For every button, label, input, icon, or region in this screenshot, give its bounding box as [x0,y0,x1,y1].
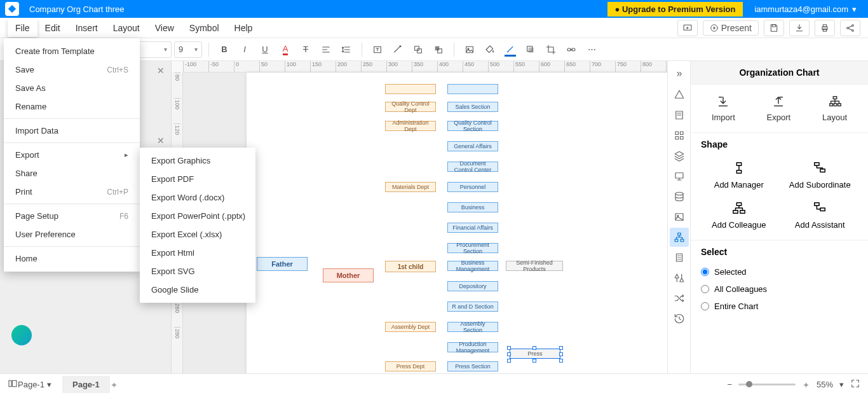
export-graphics[interactable]: Export Graphics [140,151,267,170]
print-icon-button[interactable] [815,20,835,36]
line-color-button[interactable] [501,41,519,59]
org-node[interactable]: Press Section [447,361,498,371]
org-node[interactable] [447,84,498,94]
org-node[interactable]: Mother [323,268,374,282]
zoom-slider[interactable] [738,384,796,385]
add-page-button[interactable]: ＋ [110,379,118,391]
menu-file[interactable]: File [8,19,37,37]
org-node[interactable]: Personnel [447,182,498,192]
shape-union-button[interactable] [409,41,427,59]
org-node[interactable]: Semi-Finished Products [506,261,563,271]
org-node[interactable]: Document Control Center [447,162,498,172]
menu-user-preference[interactable]: User Preference [4,225,140,244]
style-icon[interactable] [670,85,689,104]
shadow-button[interactable] [522,41,539,59]
org-node[interactable]: Press Dept [385,361,436,371]
export-button[interactable]: Export [767,95,791,122]
menu-home[interactable]: Home [4,249,140,268]
link-button[interactable] [562,41,580,59]
save-icon-button[interactable] [764,20,784,36]
history-icon[interactable] [670,309,689,328]
org-node[interactable]: Production Management [447,342,498,352]
org-chart-icon[interactable] [670,228,689,247]
page-surface[interactable]: Quality Control Dept Sales Section Admin… [247,73,667,373]
share-icon-button[interactable] [840,20,860,36]
menu-save[interactable]: SaveCtrl+S [4,60,140,79]
close-panel-icon[interactable]: ✕ [157,66,165,76]
menu-rename[interactable]: Rename [4,97,140,116]
org-node[interactable] [385,84,436,94]
menu-layout[interactable]: Layout [105,19,147,37]
menu-view[interactable]: View [147,19,182,37]
shuffle-icon[interactable] [670,289,689,308]
account-menu[interactable]: iammurtaza4@gmail.com ▾ [754,4,863,14]
close-panel-icon[interactable]: ✕ [157,135,165,146]
menu-edit[interactable]: Edit [37,19,68,37]
org-node[interactable]: Quality Control Section [447,121,498,131]
font-size-select[interactable]: 9 ▾ [174,41,202,58]
more-button[interactable]: ⋯ [583,41,600,59]
page-tab[interactable]: Page-1 [62,376,110,393]
menu-page-setup[interactable]: Page SetupF6 [4,207,140,225]
italic-button[interactable]: I [236,41,254,59]
menu-import-data[interactable]: Import Data [4,121,140,140]
grid-icon[interactable] [670,126,689,145]
shape-category[interactable] [11,325,32,345]
export-svg[interactable]: Export SVG [140,262,267,281]
org-node[interactable]: Business Management [447,261,498,271]
org-node[interactable]: Business [447,202,498,212]
org-node[interactable]: Depository [447,281,498,291]
add-assistant-button[interactable]: Add Assistant [782,201,858,230]
org-node[interactable]: Assembly Dept [385,322,436,332]
underline-button[interactable]: U [256,41,274,59]
fill-color-button[interactable] [481,41,499,59]
shape-subtract-button[interactable] [430,41,447,59]
org-node[interactable]: Sales Section [447,102,498,112]
layout-button[interactable]: Layout [822,95,847,122]
org-node-selected[interactable]: Press [510,349,560,359]
menu-print[interactable]: PrintCtrl+P [4,183,140,201]
org-node[interactable]: Procurement Section [447,243,498,253]
compare-icon[interactable] [670,268,689,288]
image-button[interactable] [461,41,478,59]
import-button[interactable]: Import [712,95,735,122]
org-node[interactable]: Quality Control Dept [385,102,436,112]
presentation-icon[interactable] [670,167,689,186]
org-node[interactable]: Administration Dept [385,121,436,131]
org-node[interactable]: Assembly Section [447,322,498,332]
menu-export[interactable]: Export▸ [4,146,140,164]
database-icon[interactable] [670,187,689,206]
org-node[interactable]: Financial Affairs [447,223,498,233]
add-subordinate-button[interactable]: Add Subordinate [782,161,858,190]
export-pdf[interactable]: Export PDF [140,170,267,188]
select-selected-radio[interactable]: Selected [691,263,868,281]
org-node[interactable]: Materials Dept [385,182,436,192]
font-color-button[interactable]: A [276,41,294,59]
export-word[interactable]: Export Word (.docx) [140,188,267,207]
slideshow-icon-button[interactable] [677,20,698,36]
org-node[interactable]: 1st child [385,261,436,272]
upgrade-button[interactable]: ● Upgrade to Premium Version [607,2,743,17]
org-node[interactable]: General Affairs [447,141,498,151]
menu-symbol[interactable]: Symbol [182,19,227,37]
page-select[interactable]: Page-1 ▾ [18,380,62,389]
menu-save-as[interactable]: Save As [4,79,140,97]
text-box-button[interactable] [369,41,386,59]
menu-create-template[interactable]: Create from Template [4,42,140,60]
menu-share[interactable]: Share [4,164,140,183]
building-icon[interactable] [670,248,689,267]
select-entire-radio[interactable]: Entire Chart [691,298,868,315]
layers-icon[interactable] [670,146,689,165]
image-icon[interactable] [670,207,689,226]
line-tool-button[interactable] [389,41,407,59]
export-excel[interactable]: Export Excel (.xlsx) [140,225,267,244]
zoom-out-button[interactable]: − [727,380,732,389]
strikethrough-button[interactable]: T [297,41,315,59]
bold-button[interactable]: B [215,41,233,59]
menu-insert[interactable]: Insert [68,19,105,37]
add-colleague-button[interactable]: Add Colleague [701,201,777,230]
menu-help[interactable]: Help [227,19,261,37]
crop-button[interactable] [542,41,560,59]
export-google-slide[interactable]: Google Slide [140,281,267,299]
export-powerpoint[interactable]: Export PowerPoint (.pptx) [140,207,267,225]
